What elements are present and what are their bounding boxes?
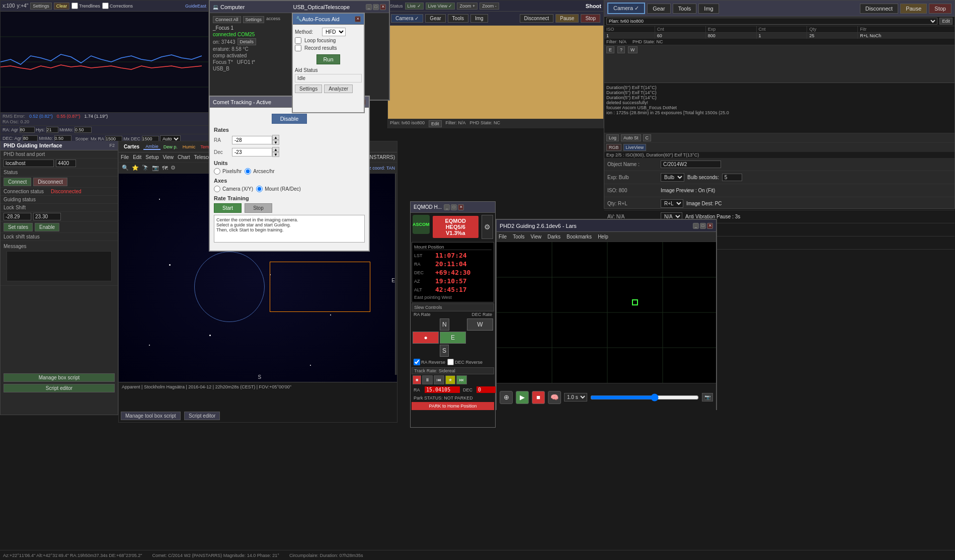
phd2-menu-tools[interactable]: Tools <box>513 234 524 239</box>
humic-tab[interactable]: Humic <box>181 144 198 149</box>
phd-lock-val2-input[interactable] <box>33 213 61 220</box>
af-close-btn[interactable]: ✕ <box>355 16 361 22</box>
ra-reverse-checkbox[interactable] <box>414 359 420 365</box>
ct-start-button[interactable]: Start <box>214 203 242 213</box>
phd2-min-btn[interactable]: _ <box>693 223 699 229</box>
live-view-badge[interactable]: Live View ✓ <box>426 3 455 10</box>
settings-disconnect-button[interactable]: Disconnect <box>860 4 898 14</box>
camera-mode-button[interactable]: Camera ✓ <box>607 3 645 14</box>
tools-button[interactable]: Tools <box>448 14 468 23</box>
obj-name-input[interactable] <box>661 161 721 168</box>
ra-mmno-input[interactable] <box>74 127 92 133</box>
phd2-stop-btn[interactable]: ■ <box>532 391 545 404</box>
ct-dec-up-btn[interactable]: ▲ <box>272 147 279 152</box>
details-button[interactable]: Details <box>237 38 257 45</box>
eqmod-connect-btn[interactable]: ⚙ <box>482 215 493 239</box>
ct-mount-radio[interactable] <box>256 186 263 192</box>
park-button[interactable]: PARK to Home Position <box>412 402 494 410</box>
connect-all-button[interactable]: Connect All <box>213 16 241 23</box>
ct-dec-down-btn[interactable]: ▼ <box>272 152 279 157</box>
zoom-in-btn[interactable]: Zoom + <box>457 3 477 10</box>
eqmod-min-btn[interactable]: _ <box>444 204 450 210</box>
ambie-tab[interactable]: Ambie <box>143 144 161 150</box>
menu-file[interactable]: File <box>121 154 129 160</box>
usb-minimize-btn[interactable]: _ <box>366 4 372 10</box>
sky-tool-1[interactable]: 🔍 <box>121 164 130 172</box>
corrections-checkbox[interactable] <box>102 3 109 9</box>
edit-settings-button[interactable]: Edit <box>939 18 952 25</box>
ct-arcsec-radio[interactable] <box>245 168 251 175</box>
gear-mode-button[interactable]: Gear <box>647 4 670 14</box>
ra-agr-input[interactable] <box>20 127 35 133</box>
nav-w-button[interactable]: W <box>628 46 638 53</box>
track-btn-green[interactable]: ⏭ <box>456 375 467 384</box>
phd2-close-btn[interactable]: ✕ <box>707 223 713 229</box>
af-settings-button[interactable]: Settings <box>295 85 322 93</box>
ct-ra-input[interactable] <box>232 136 272 144</box>
record-results-checkbox[interactable] <box>295 45 301 51</box>
usb-close-btn[interactable]: ✕ <box>380 4 386 10</box>
liveview-button[interactable]: LiveView <box>623 144 647 151</box>
obj-qty-select[interactable]: R+L <box>661 199 683 208</box>
phd2-brain-btn[interactable]: 🧠 <box>548 391 561 404</box>
usb-maximize-btn[interactable]: □ <box>373 4 379 10</box>
phd2-menu-darks[interactable]: Darks <box>547 234 561 239</box>
menu-chart[interactable]: Chart <box>178 154 190 160</box>
phd2-menu-view[interactable]: View <box>530 234 541 239</box>
obj-exp-select[interactable]: Bulb <box>661 173 684 182</box>
af-run-button[interactable]: Run <box>316 54 340 64</box>
ct-camera-radio[interactable] <box>214 186 220 192</box>
sky-tool-5[interactable]: 🗺 <box>161 165 169 172</box>
log-button[interactable]: Log <box>606 134 619 141</box>
slew-n-button[interactable]: N <box>440 318 449 331</box>
phd2-menu-help[interactable]: Help <box>598 234 608 239</box>
usb-settings-button[interactable]: Settings <box>243 16 265 23</box>
phd2-target-btn[interactable]: ⊕ <box>500 391 513 404</box>
ra-hys-input[interactable] <box>46 127 58 133</box>
camera-button[interactable]: Camera ✓ <box>391 14 423 23</box>
auto-st-button[interactable]: Auto St <box>621 134 641 141</box>
phd-connect-button[interactable]: Connect <box>4 178 31 186</box>
menu-setup[interactable]: Setup <box>145 154 158 160</box>
sky-script-editor-button[interactable]: Script editor <box>184 412 220 420</box>
sky-tool-6[interactable]: ⚙ <box>170 164 177 172</box>
track-btn-yellow[interactable]: ★ <box>445 375 455 384</box>
eqmod-close-btn[interactable]: ✕ <box>458 204 464 210</box>
pause-button[interactable]: Pause <box>555 14 579 23</box>
settings-button[interactable]: Settings <box>30 3 52 10</box>
menu-view[interactable]: View <box>163 154 174 160</box>
sky-tool-3[interactable]: 🔭 <box>141 164 150 172</box>
img-mode-button[interactable]: Img <box>698 4 719 14</box>
phd2-guide-btn[interactable]: ▶ <box>516 391 529 404</box>
ct-ra-up-btn[interactable]: ▲ <box>272 135 279 140</box>
phd-set-rates-button[interactable]: Set rates <box>4 223 33 231</box>
phd-port-input[interactable] <box>56 159 76 167</box>
c-button[interactable]: C <box>643 134 652 141</box>
nav-q-button[interactable]: ? <box>617 46 625 53</box>
edit-plan-button[interactable]: Edit <box>429 120 442 127</box>
phd2-exposure-select[interactable]: 1.0 s <box>564 393 587 402</box>
plan-select[interactable]: Plan: tv60 iso800 <box>606 18 937 25</box>
ct-disable-button[interactable]: Disable <box>272 114 307 124</box>
nav-e-button[interactable]: E <box>606 46 614 53</box>
slew-w-button[interactable]: W <box>467 318 493 331</box>
phd-host-input[interactable] <box>4 159 54 167</box>
ct-stop-button[interactable]: Stop <box>245 203 272 213</box>
dec-rate-input[interactable] <box>476 386 497 393</box>
rgb-button[interactable]: RGB <box>606 144 621 151</box>
loop-focusing-checkbox[interactable] <box>295 37 301 44</box>
phd2-exposure-slider[interactable] <box>590 393 699 402</box>
shoot-label[interactable]: Shoot <box>586 3 601 9</box>
sky-tool-4[interactable]: 📷 <box>151 164 160 172</box>
disconnect-button[interactable]: Disconnect <box>520 14 553 23</box>
phd2-menu-file[interactable]: File <box>499 234 507 239</box>
af-analyzer-button[interactable]: Analyzer <box>324 85 353 93</box>
live-badge[interactable]: Live ✓ <box>405 3 424 10</box>
script-editor-button[interactable]: Script editor <box>4 384 115 392</box>
dec-reverse-checkbox[interactable] <box>447 359 454 365</box>
stop-button[interactable]: Stop <box>581 14 600 23</box>
track-btn-1[interactable]: ⏸ <box>422 375 433 384</box>
slew-e-button[interactable]: E <box>440 332 466 344</box>
img-button[interactable]: Img <box>470 14 488 23</box>
clear-button[interactable]: Clear <box>54 3 70 10</box>
